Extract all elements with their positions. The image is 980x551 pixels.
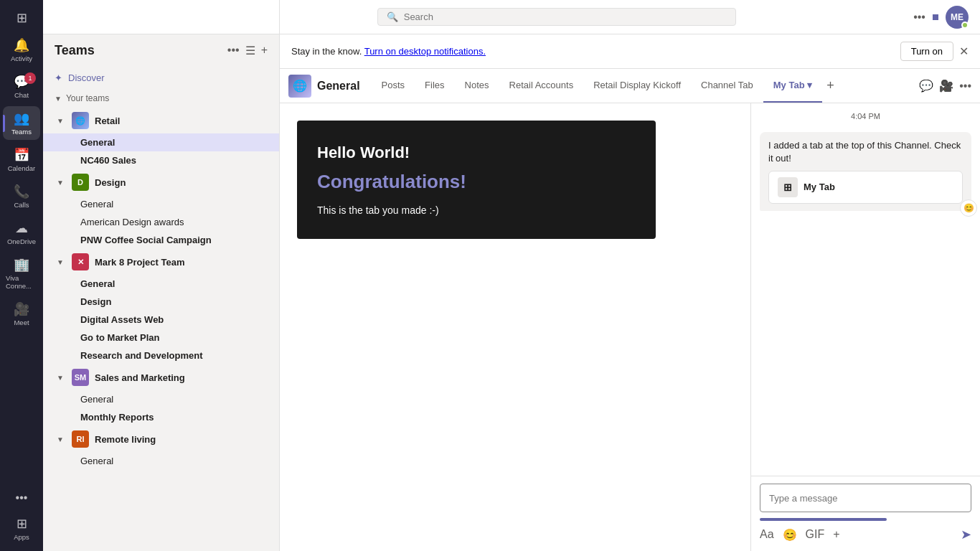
sm-team-name: Sales and Marketing [95,372,185,383]
hello-title: Hello World! [317,143,636,162]
my-tab-card[interactable]: ⊞ My Tab [768,171,963,204]
top-bar: 🔍 ••• ME [280,0,980,34]
rl-team-name: Remote living [95,434,156,445]
chat-panel-icon[interactable]: 💬 [919,79,933,93]
channel-more-icon[interactable]: ••• [959,80,971,93]
status-dot [961,22,969,29]
content-area: Hello World! Congratulations! This is th… [280,103,980,551]
viva-icon: 🏢 [14,257,29,273]
retail-collapse-icon[interactable]: ▼ [55,115,66,126]
tab-posts[interactable]: Posts [372,69,415,103]
send-button[interactable]: ➤ [961,527,971,542]
rail-grid[interactable]: ⊞ [3,6,40,30]
channel-name: General [317,80,360,93]
video-icon[interactable]: 🎥 [939,79,953,93]
user-avatar[interactable]: ME [946,6,969,29]
sidebar-header: Teams ••• ☰ + [43,34,279,67]
rail-teams[interactable]: 👥 Teams [3,106,40,140]
rail-meet[interactable]: 🎥 Meet [3,297,40,331]
reaction-button[interactable]: 😊 [960,199,977,217]
team-design[interactable]: ▼ D Design [43,169,279,195]
rail-chat-label: Chat [14,91,29,99]
team-mark8[interactable]: ▼ ✕ Mark 8 Project Team [43,249,279,275]
discover-label: Discover [68,72,105,83]
channel-go-to-market[interactable]: Go to Market Plan [43,329,279,347]
format-icon[interactable]: Aa [760,528,774,541]
tab-retail-accounts[interactable]: Retail Accounts [499,69,584,103]
discover-button[interactable]: ✦ Discover [43,67,279,89]
calls-icon: 📞 [14,184,29,199]
rail-teams-label: Teams [11,128,32,136]
search-bar[interactable]: 🔍 [377,8,736,26]
more-dots-icon: ••• [16,491,28,504]
grid-icon: ⊞ [17,10,27,26]
message-input-area: Aa 😊 GIF + ➤ [751,476,980,551]
sidebar-filter-icon[interactable]: ☰ [245,44,255,57]
channel-pnw-coffee[interactable]: PNW Coffee Social Campaign [43,231,279,249]
channel-design-general[interactable]: General [43,195,279,213]
add-tab-icon[interactable]: + [822,78,839,93]
design-collapse-icon[interactable]: ▼ [55,176,66,188]
search-input[interactable] [404,11,727,22]
channel-american-design[interactable]: American Design awards [43,213,279,231]
turn-on-link[interactable]: Turn on desktop notifications. [364,46,486,57]
tab-notes[interactable]: Notes [455,69,499,103]
team-sales-marketing[interactable]: ▼ SM Sales and Marketing [43,364,279,390]
team-remote-living[interactable]: ▼ RI Remote living [43,426,279,452]
discover-star-icon: ✦ [55,72,62,83]
sidebar-title: Teams [55,43,222,58]
message-input[interactable] [760,484,971,512]
tab-my-tab[interactable]: My Tab ▾ [763,69,822,103]
my-tab-card-icon: ⊞ [778,177,798,197]
calendar-icon: 📅 [14,147,29,163]
channel-research-dev[interactable]: Research and Development [43,347,279,364]
mark8-avatar: ✕ [72,253,89,270]
rail-apps-label: Apps [14,533,29,541]
sidebar-more-icon[interactable]: ••• [227,44,240,57]
design-avatar: D [72,174,89,191]
rail-viva[interactable]: 🏢 Viva Conne... [3,253,40,294]
channel-mark8-design[interactable]: Design [43,293,279,311]
rail-apps[interactable]: ⊞ Apps [3,512,40,545]
section-label-text: Your teams [66,93,109,103]
tab-files[interactable]: Files [415,69,454,103]
channel-nc460-sales[interactable]: NC460 Sales [43,151,279,169]
rail-chat[interactable]: 💬 Chat 1 [3,70,40,103]
rail-more[interactable]: ••• [3,487,40,509]
tab-channel-tab[interactable]: Channel Tab [691,69,763,103]
rail-activity[interactable]: 🔔 Activity [3,33,40,67]
teams-icon: 👥 [14,110,29,126]
channel-retail-general[interactable]: General [43,133,279,151]
gif-icon[interactable]: GIF [806,528,825,541]
more-options-icon[interactable]: ••• [913,11,925,24]
tab-content: Hello World! Congratulations! This is th… [280,103,750,551]
notification-text: Stay in the know. Turn on desktop notifi… [291,46,486,57]
mark8-collapse-icon[interactable]: ▼ [55,256,66,268]
channel-digital-assets[interactable]: Digital Assets Web [43,311,279,329]
rl-collapse-icon[interactable]: ▼ [55,433,66,445]
rail-onedrive[interactable]: ☁ OneDrive [3,216,40,250]
channel-monthly-reports[interactable]: Monthly Reports [43,408,279,426]
tab-retail-display[interactable]: Retail Display Kickoff [583,69,691,103]
rail-calls[interactable]: 📞 Calls [3,179,40,213]
rail-activity-label: Activity [11,55,32,62]
rail-viva-label: Viva Conne... [6,274,37,290]
rail-calendar[interactable]: 📅 Calendar [3,143,40,176]
channel-mark8-general[interactable]: General [43,275,279,293]
sidebar: Teams ••• ☰ + ✦ Discover ▼ Your teams ▼ … [43,0,280,551]
my-tab-card-label: My Tab [804,181,835,194]
sidebar-add-icon[interactable]: + [261,44,268,57]
team-retail[interactable]: ▼ 🌐 Retail [43,108,279,133]
your-teams-section[interactable]: ▼ Your teams [43,89,279,108]
emoji-icon[interactable]: 😊 [783,528,797,542]
attach-icon[interactable]: + [833,528,839,541]
sm-collapse-icon[interactable]: ▼ [55,372,66,383]
chat-timestamp: 4:04 PM [751,103,980,126]
apps-icon: ⊞ [17,516,27,532]
close-notification-icon[interactable]: ✕ [959,44,969,58]
channel-sm-general[interactable]: General [43,390,279,408]
mark8-team-name: Mark 8 Project Team [95,257,184,268]
channel-rl-general[interactable]: General [43,452,279,470]
message-toolbar: Aa 😊 GIF + ➤ [760,525,971,544]
turn-on-button[interactable]: Turn on [900,42,953,61]
